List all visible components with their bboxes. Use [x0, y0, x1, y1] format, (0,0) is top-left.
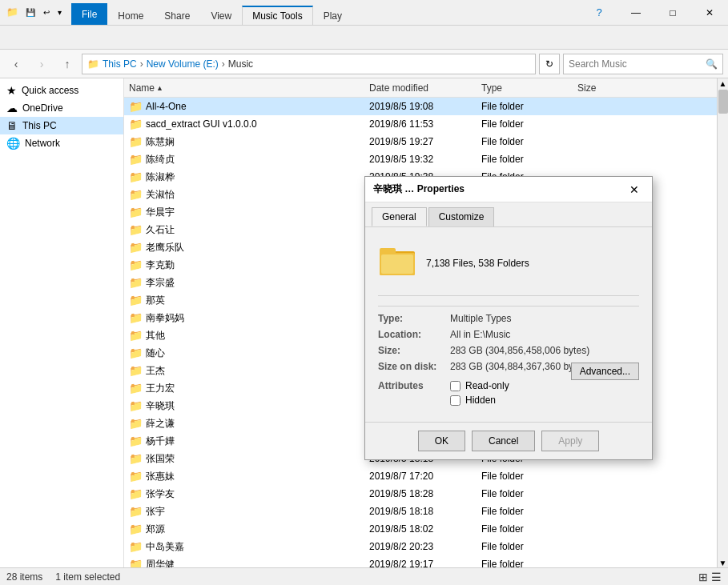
readonly-label: Read-only	[465, 380, 509, 391]
dialog-tabs: General Customize	[365, 202, 652, 227]
dialog-body: 7,138 Files, 538 Folders Type: Multiple …	[365, 227, 652, 422]
advanced-btn[interactable]: Advanced...	[571, 363, 639, 380]
hidden-label: Hidden	[465, 395, 496, 406]
hidden-checkbox[interactable]	[450, 395, 461, 406]
dialog-footer: OK Cancel Apply	[365, 422, 652, 459]
dialog-value-location: All in E:\Music	[450, 329, 639, 340]
dialog-label-type: Type:	[378, 313, 450, 324]
dialog-value-type: Multiple Types	[450, 313, 639, 324]
dialog-titlebar: 辛晓琪 … Properties ✕	[365, 177, 652, 202]
readonly-checkbox[interactable]	[450, 381, 461, 391]
dialog-attrs-label: Attributes	[378, 380, 450, 391]
dialog-folder-icon	[378, 240, 416, 286]
dialog-tab-general[interactable]: General	[372, 207, 427, 226]
dialog-checkboxes: Read-only Hidden	[450, 380, 509, 409]
dialog-checkbox-hidden: Hidden	[450, 395, 509, 406]
dialog-title: 辛晓琪 … Properties	[373, 182, 625, 196]
dialog-attributes: Attributes Read-only Hidden Advanced...	[378, 380, 639, 409]
dialog-overlay: 辛晓琪 … Properties ✕ General Customize 7,1…	[0, 0, 728, 585]
dialog-tab-customize[interactable]: Customize	[428, 207, 495, 226]
dialog-label-size: Size:	[378, 345, 450, 356]
dialog-row-location: Location: All in E:\Music	[378, 329, 639, 340]
dialog-row-type: Type: Multiple Types	[378, 313, 639, 324]
properties-dialog: 辛晓琪 … Properties ✕ General Customize 7,1…	[364, 176, 653, 460]
apply-btn[interactable]: Apply	[541, 431, 599, 451]
dialog-label-location: Location:	[378, 329, 450, 340]
ok-btn[interactable]: OK	[418, 431, 465, 451]
dialog-label-sizeondisk: Size on disk:	[378, 361, 450, 372]
dialog-row-size: Size: 283 GB (304,856,458,006 bytes)	[378, 345, 639, 356]
cancel-btn[interactable]: Cancel	[472, 431, 535, 451]
dialog-close-btn[interactable]: ✕	[625, 180, 644, 199]
dialog-file-icon-row: 7,138 Files, 538 Folders	[378, 240, 639, 296]
dialog-value-size: 283 GB (304,856,458,006 bytes)	[450, 345, 639, 356]
svg-rect-3	[381, 254, 413, 274]
dialog-checkbox-readonly: Read-only	[450, 380, 509, 391]
dialog-file-count: 7,138 Files, 538 Folders	[426, 258, 529, 269]
